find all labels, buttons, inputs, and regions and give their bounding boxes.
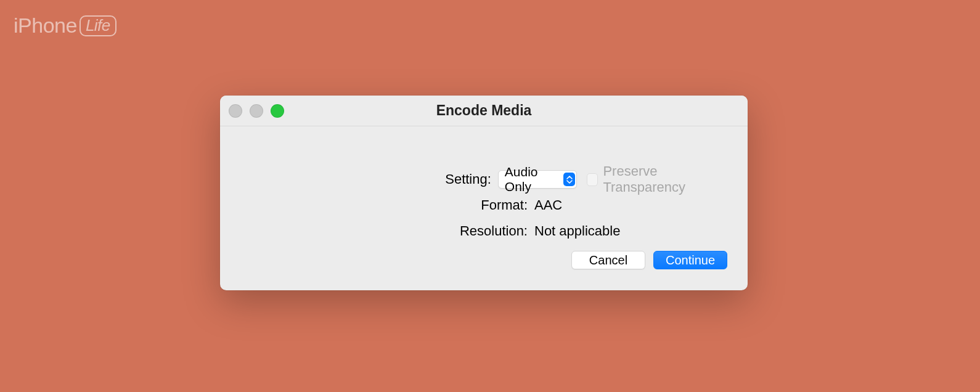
format-value: AAC (534, 197, 562, 213)
resolution-value: Not applicable (534, 223, 620, 239)
titlebar: Encode Media (220, 96, 748, 126)
setting-select-value: Audio Only (505, 165, 564, 194)
resolution-label: Resolution: (245, 223, 534, 239)
cancel-button[interactable]: Cancel (571, 251, 645, 269)
form-area: Setting: Audio Only Preserve Transparenc… (220, 126, 748, 241)
updown-arrows-icon (563, 173, 575, 186)
watermark-logo: iPhone Life (14, 14, 116, 38)
continue-button[interactable]: Continue (653, 251, 727, 269)
encode-media-dialog: Encode Media Setting: Audio Only Preserv… (220, 96, 748, 290)
setting-row: Setting: Audio Only Preserve Transparenc… (245, 169, 723, 189)
preserve-transparency-label: Preserve Transparency (603, 163, 723, 195)
button-row: Cancel Continue (571, 251, 727, 269)
resolution-row: Resolution: Not applicable (245, 221, 723, 241)
preserve-transparency-checkbox (587, 173, 598, 186)
preserve-transparency-option: Preserve Transparency (587, 163, 723, 195)
window-title: Encode Media (220, 102, 748, 119)
setting-label: Setting: (245, 171, 498, 187)
format-label: Format: (245, 197, 534, 213)
watermark-badge: Life (80, 15, 116, 36)
format-row: Format: AAC (245, 195, 723, 215)
watermark-prefix: iPhone (14, 14, 77, 38)
setting-select[interactable]: Audio Only (498, 170, 577, 189)
